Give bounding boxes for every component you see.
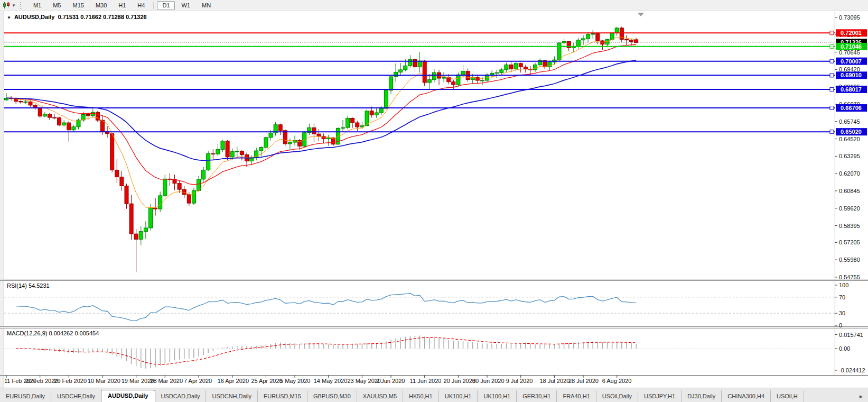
price-level-badge-0.71046[interactable]: 0.71046 — [836, 43, 867, 50]
chart-tab-bar: EURUSD,DailyUSDCHF,DailyAUDUSD,DailyUSDC… — [0, 388, 868, 402]
price-tick-label: 0.63295 — [839, 153, 860, 159]
price-level-badge-0.69010[interactable]: 0.69010 — [836, 71, 867, 79]
timeframe-button-mn[interactable]: MN — [197, 1, 216, 10]
date-tick-label: 18 Jul 2020 — [539, 378, 570, 384]
date-tick-label: 20 Feb 2020 — [25, 378, 58, 384]
toolbar-separator — [153, 2, 154, 9]
chart-title: ▼AUDUSD,Daily 0.71531 0.71662 0.71288 0.… — [7, 14, 147, 20]
price-level-badge-0.72001[interactable]: 0.72001 — [836, 29, 867, 36]
hline-handle[interactable] — [830, 44, 834, 48]
date-tick-label: 9 Jul 2020 — [506, 378, 533, 384]
top-toolbar: ▼ M1M5M15M30H1H4D1W1MN — [0, 0, 868, 11]
hline-handle[interactable] — [830, 87, 834, 91]
macd-indicator-label: MACD(12,26,9) 0.004262 0.005454 — [7, 330, 99, 336]
chart-tab-usdjpy-h1[interactable]: USDJPY,H1 — [638, 390, 682, 402]
timeframe-button-w1[interactable]: W1 — [176, 1, 195, 10]
hline-handle[interactable] — [830, 106, 834, 110]
svg-text:0.71046: 0.71046 — [841, 43, 862, 50]
rsi-tick-label: 100 — [839, 282, 848, 288]
timeframe-button-m15[interactable]: M15 — [67, 1, 89, 10]
tab-scroll-right-icon[interactable]: ► — [854, 391, 868, 402]
timeframe-button-h4[interactable]: H4 — [132, 1, 150, 10]
price-tick-label: 0.54755 — [839, 274, 860, 280]
chart-tab-hk50-h1[interactable]: HK50,H1 — [403, 390, 439, 402]
hline-handle[interactable] — [830, 74, 834, 77]
price-level-badge-0.66706[interactable]: 0.66706 — [836, 104, 867, 112]
price-tick-label: 0.64520 — [839, 136, 860, 142]
svg-text:0.68017: 0.68017 — [841, 86, 862, 93]
svg-text:0.72001: 0.72001 — [841, 30, 862, 36]
price-tick-label: 0.62070 — [839, 170, 860, 177]
hline-handle[interactable] — [830, 130, 834, 134]
chart-tab-fra40-h1[interactable]: FRA40,H1 — [557, 390, 596, 402]
chart-tab-usdcad-daily[interactable]: USDCAD,Daily — [155, 390, 207, 402]
chart-tab-audusd-daily[interactable]: AUDUSD,Daily — [101, 390, 155, 402]
date-tick-label: 29 Feb 2020 — [54, 378, 87, 384]
chart-tab-usoil-h[interactable]: USOil,H — [771, 390, 804, 402]
price-level-badge-0.65020[interactable]: 0.65020 — [836, 128, 867, 135]
svg-text:0.70007: 0.70007 — [841, 58, 862, 65]
chart-tab-china300-h4[interactable]: CHINA300,H4 — [722, 390, 771, 402]
timeframe-button-d1[interactable]: D1 — [157, 1, 175, 10]
date-tick-label: 25 Apr 2020 — [251, 378, 282, 384]
timeframe-button-m1[interactable]: M1 — [28, 1, 46, 10]
price-level-badge-0.70007[interactable]: 0.70007 — [836, 58, 867, 65]
date-tick-label: 11 Jun 2020 — [410, 378, 442, 384]
timeframe-button-m30[interactable]: M30 — [90, 1, 112, 10]
chart-tab-ger30-h1[interactable]: GER30,H1 — [517, 390, 557, 402]
date-tick-label: 16 Apr 2020 — [218, 378, 249, 384]
date-tick-label: 6 Aug 2020 — [602, 378, 632, 384]
chart-symbol-period: AUDUSD,Daily — [14, 14, 54, 20]
macd-tick-label: 0.015741 — [839, 332, 863, 338]
rsi-tick-label: 30 — [839, 310, 845, 316]
hline-handle[interactable] — [830, 59, 834, 63]
date-tick-label: 10 Mar 2020 — [88, 378, 120, 384]
timeframe-buttons: M1M5M15M30H1H4D1W1MN — [27, 1, 217, 10]
macd-tick-label: 0.00 — [839, 345, 850, 352]
timeframe-button-m5[interactable]: M5 — [48, 1, 66, 10]
rsi-indicator-label: RSI(14) 54.5231 — [7, 282, 50, 289]
chart-tab-uk100-h1[interactable]: UK100,H1 — [439, 390, 478, 402]
chart-tab-usoil-daily[interactable]: USOil,Daily — [596, 390, 638, 402]
toolbar-grip[interactable] — [20, 2, 23, 9]
svg-text:0.69010: 0.69010 — [841, 72, 862, 78]
price-tick-label: 0.59620 — [839, 205, 860, 212]
chart-tab-usdcnh-daily[interactable]: USDCNH,Daily — [206, 390, 258, 402]
price-tick-label: 0.55980 — [839, 257, 860, 263]
price-tick-label: 0.58395 — [839, 223, 860, 229]
rsi-tick-label: 70 — [839, 294, 845, 300]
date-tick-label: 14 May 2020 — [314, 378, 348, 384]
price-level-badge-0.68017[interactable]: 0.68017 — [836, 86, 867, 93]
chart-tab-eurusd-m15[interactable]: EURUSD,M15 — [258, 390, 307, 402]
date-tick-label: 28 Mar 2020 — [150, 378, 183, 384]
chart-tab-gbpusd-m30[interactable]: GBPUSD,M30 — [307, 390, 357, 402]
date-tick-label: 7 Apr 2020 — [184, 378, 212, 384]
price-tick-label: 0.57205 — [839, 239, 860, 245]
date-tick-label: 5 May 2020 — [280, 378, 310, 384]
candlestick-chart-icon-svg — [3, 2, 10, 9]
chart-tab-xauusd-m5[interactable]: XAUUSD,M5 — [357, 390, 403, 402]
price-tick-label: 0.73095 — [839, 14, 860, 21]
chart-tab-usdchf-daily[interactable]: USDCHF,Daily — [51, 390, 101, 402]
rsi-tick-label: 0 — [839, 322, 842, 328]
price-chart[interactable]: 0.730950.718700.706450.694200.681950.669… — [0, 0, 868, 402]
chart-tab-uk100-h1[interactable]: UK100,H1 — [478, 390, 517, 402]
date-tick-label: 20 Jun 2020 — [443, 378, 475, 384]
date-tick-label: 2 Jun 2020 — [376, 378, 405, 384]
chart-tab-eurusd-daily[interactable]: EURUSD,Daily — [0, 390, 51, 402]
price-tick-label: 0.65745 — [839, 118, 860, 125]
chart-tab-dj30-daily[interactable]: DJ30,Daily — [682, 390, 722, 402]
svg-text:0.66706: 0.66706 — [841, 105, 862, 111]
candlestick-chart-icon[interactable] — [2, 1, 11, 10]
chart-type-dropdown-caret[interactable]: ▼ — [12, 3, 16, 8]
timeframe-button-h1[interactable]: H1 — [113, 1, 131, 10]
macd-tick-label: -0.024412 — [839, 367, 865, 373]
hline-handle[interactable] — [830, 31, 834, 35]
collapse-caret-icon[interactable]: ▼ — [7, 15, 11, 20]
date-tick-label: 19 Mar 2020 — [122, 378, 154, 384]
chart-ohlc-values: 0.71531 0.71662 0.71288 0.71326 — [58, 14, 146, 20]
price-tick-label: 0.60845 — [839, 188, 860, 194]
svg-text:0.65020: 0.65020 — [841, 129, 862, 135]
date-tick-label: 30 Jun 2020 — [472, 378, 505, 384]
date-tick-label: 28 Jul 2020 — [568, 378, 599, 384]
